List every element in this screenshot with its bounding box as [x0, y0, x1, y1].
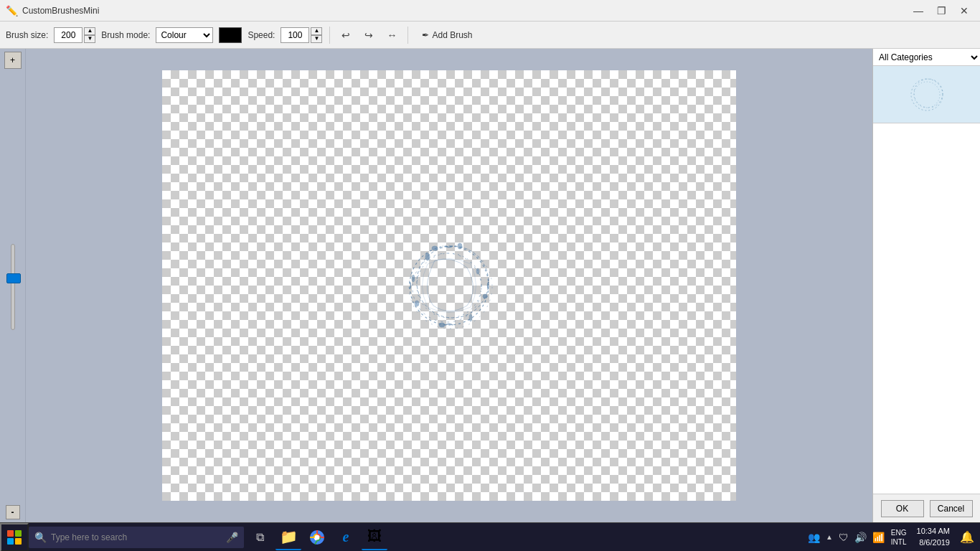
language-code: ENG: [891, 528, 907, 537]
close-button[interactable]: ✕: [954, 2, 974, 19]
brush-thumbnail: [873, 66, 980, 123]
chrome-taskbar[interactable]: [304, 524, 330, 550]
taskbar-right: 👥 ▲ 🛡 🔊 📶 ENG INTL 10:34 AM 8/6/2019 🔔: [806, 526, 980, 548]
language-region: INTL: [891, 537, 907, 547]
brush-list-area: [873, 123, 980, 494]
brush-mode-label: Brush mode:: [101, 30, 150, 40]
slider-area: [11, 70, 15, 504]
volume-tray-icon[interactable]: 🔊: [852, 530, 869, 545]
logo-green: [15, 530, 22, 537]
speed-up[interactable]: ▲: [311, 27, 322, 35]
windows-logo: [7, 530, 22, 545]
toolbar-separator-1: [329, 27, 330, 44]
svg-point-9: [439, 323, 445, 327]
panel-footer: OK Cancel: [873, 494, 980, 522]
plus-tool-button[interactable]: +: [4, 52, 22, 69]
thumbnail-preview: [884, 70, 970, 120]
svg-point-7: [483, 294, 487, 298]
drawing-canvas[interactable]: [162, 70, 736, 501]
app-title: ✏️ CustomBrushesMini: [6, 5, 99, 17]
taskbar: 🔍 🎤 ⧉ 📁 e 🖼 👥 ▲ 🛡 🔊 📶 ENG: [0, 522, 980, 551]
svg-point-3: [413, 253, 481, 322]
clock-time: 10:34 AM: [917, 526, 950, 537]
opacity-slider-thumb[interactable]: [6, 273, 21, 283]
brush-size-label: Brush size:: [6, 30, 48, 40]
file-explorer-taskbar[interactable]: 📁: [275, 524, 301, 550]
brush-size-up[interactable]: ▲: [84, 27, 95, 35]
cancel-button[interactable]: Cancel: [930, 500, 973, 517]
add-brush-icon: ✒: [422, 30, 429, 40]
speed-spinner: ▲ ▼: [311, 27, 322, 43]
app-icon: ✏️: [6, 5, 18, 17]
search-bar[interactable]: 🔍 🎤: [29, 527, 244, 548]
speed-down[interactable]: ▼: [311, 35, 322, 43]
logo-yellow: [15, 538, 22, 545]
language-indicator[interactable]: ENG INTL: [888, 528, 910, 547]
speed-input[interactable]: [281, 27, 309, 43]
microphone-icon[interactable]: 🎤: [226, 532, 238, 543]
minimize-button[interactable]: —: [908, 2, 928, 19]
search-icon: 🔍: [34, 532, 47, 543]
svg-point-0: [410, 246, 489, 325]
brush-mode-select[interactable]: Colour Erase Smear: [156, 27, 213, 43]
svg-point-11: [412, 275, 415, 282]
clock[interactable]: 10:34 AM 8/6/2019: [911, 526, 956, 548]
brush-size-down[interactable]: ▼: [84, 35, 95, 43]
start-button[interactable]: [0, 523, 29, 552]
search-input[interactable]: [51, 532, 222, 542]
brush-size-input[interactable]: [54, 27, 83, 43]
antivirus-tray-icon[interactable]: 🛡: [837, 530, 851, 545]
speed-label: Speed:: [248, 30, 275, 40]
brush-size-spinner: ▲ ▼: [84, 27, 95, 43]
notification-center-icon[interactable]: 🔔: [957, 530, 977, 544]
logo-red: [7, 530, 14, 537]
svg-point-10: [415, 301, 419, 306]
svg-rect-14: [884, 70, 970, 120]
brush-size-group: ▲ ▼: [54, 27, 95, 43]
speed-group: ▲ ▼: [281, 27, 322, 43]
svg-point-13: [458, 243, 462, 249]
toolbar-separator-2: [407, 27, 408, 44]
svg-point-6: [476, 268, 479, 274]
title-bar: ✏️ CustomBrushesMini — ❐ ✕: [0, 0, 980, 22]
minus-tool-button[interactable]: -: [6, 505, 20, 519]
add-brush-label: Add Brush: [432, 30, 472, 40]
svg-point-8: [469, 314, 472, 321]
main-area: + -: [0, 49, 980, 522]
svg-point-4: [409, 245, 492, 329]
chevron-up-icon[interactable]: ▲: [824, 532, 835, 542]
people-tray-icon[interactable]: 👥: [806, 530, 822, 545]
redo-button[interactable]: ↪: [360, 27, 377, 44]
window-controls: — ❐ ✕: [908, 2, 974, 19]
undo-button[interactable]: ↩: [337, 27, 354, 44]
categories-dropdown[interactable]: All Categories Custom Default: [873, 49, 980, 66]
logo-blue: [7, 538, 14, 545]
canvas-container[interactable]: [162, 70, 736, 501]
clock-date: 8/6/2019: [917, 537, 950, 548]
left-toolbar: + -: [0, 49, 26, 522]
flip-button[interactable]: ↔: [383, 27, 400, 44]
opacity-slider-track[interactable]: [11, 244, 15, 330]
svg-point-5: [425, 253, 430, 260]
svg-point-1: [417, 253, 481, 318]
taskbar-icons: ⧉ 📁 e 🖼: [244, 524, 390, 550]
toolbar: Brush size: ▲ ▼ Brush mode: Colour Erase…: [0, 22, 980, 49]
tray-icons: 👥 ▲ 🛡 🔊 📶: [806, 530, 887, 545]
brush-stroke: [409, 243, 492, 329]
ok-button[interactable]: OK: [881, 500, 924, 517]
edge-taskbar[interactable]: e: [333, 524, 359, 550]
task-view-button[interactable]: ⧉: [247, 524, 273, 550]
canvas-area[interactable]: [26, 49, 872, 522]
svg-point-12: [432, 246, 438, 250]
app-title-text: CustomBrushesMini: [22, 6, 99, 16]
maximize-button[interactable]: ❐: [931, 2, 951, 19]
color-swatch[interactable]: [219, 27, 242, 43]
add-brush-button[interactable]: ✒ Add Brush: [415, 28, 479, 42]
photo-app-taskbar[interactable]: 🖼: [362, 524, 387, 550]
right-panel: All Categories Custom Default OK Cancel: [872, 49, 980, 522]
network-tray-icon[interactable]: 📶: [870, 530, 887, 545]
